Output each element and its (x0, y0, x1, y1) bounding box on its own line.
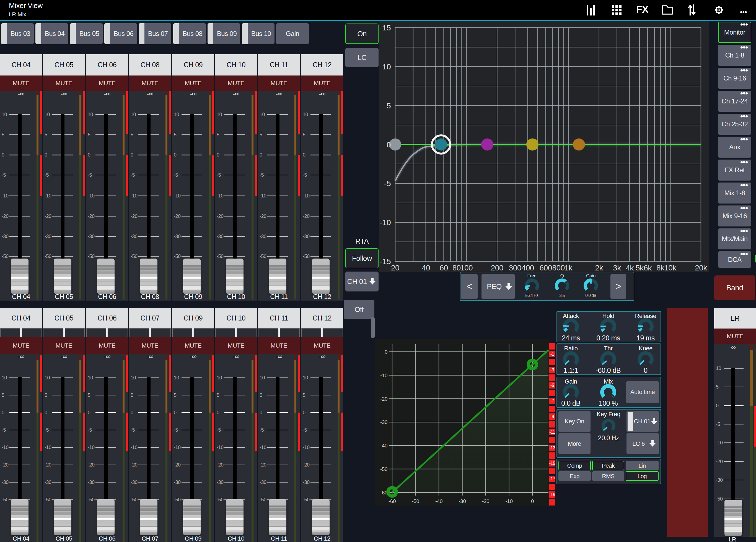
svg-text:-20: -20 (380, 396, 387, 402)
svg-text:-5: -5 (384, 179, 391, 188)
svg-text:40: 40 (422, 264, 430, 272)
svg-text:0: 0 (385, 349, 387, 355)
svg-text:-60: -60 (380, 490, 387, 496)
svg-text:-60: -60 (389, 498, 396, 504)
svg-text:-30: -30 (459, 498, 466, 504)
svg-text:-15: -15 (380, 257, 391, 266)
svg-text:-50: -50 (412, 498, 419, 504)
svg-text:20: 20 (391, 264, 399, 272)
svg-text:800: 800 (552, 264, 565, 272)
svg-text:8k: 8k (656, 264, 665, 272)
svg-text:-10: -10 (380, 218, 391, 227)
svg-text:60: 60 (440, 264, 448, 272)
svg-text:100: 100 (460, 264, 473, 272)
svg-text:4k: 4k (626, 264, 634, 272)
svg-text:10: 10 (382, 63, 391, 71)
svg-text:5k: 5k (636, 264, 644, 272)
svg-text:1k: 1k (565, 264, 573, 272)
svg-text:15: 15 (382, 24, 391, 32)
svg-text:-50: -50 (380, 466, 387, 472)
svg-text:6k: 6k (644, 264, 652, 272)
svg-text:5: 5 (387, 102, 391, 110)
svg-text:20k: 20k (695, 264, 707, 272)
svg-text:0: 0 (387, 141, 391, 149)
svg-text:400: 400 (522, 264, 534, 272)
svg-text:-40: -40 (435, 498, 442, 504)
svg-text:300: 300 (509, 264, 521, 272)
svg-text:-10: -10 (506, 498, 513, 504)
svg-text:-30: -30 (380, 419, 387, 425)
svg-text:80: 80 (452, 264, 461, 272)
svg-text:-20: -20 (482, 498, 489, 504)
svg-text:0: 0 (531, 498, 534, 504)
svg-text:600: 600 (539, 264, 552, 272)
svg-text:3k: 3k (613, 264, 621, 272)
svg-text:-10: -10 (380, 372, 387, 378)
svg-text:10k: 10k (664, 264, 677, 272)
svg-text:200: 200 (491, 264, 503, 272)
svg-text:-40: -40 (380, 443, 387, 448)
svg-text:2k: 2k (595, 264, 603, 272)
